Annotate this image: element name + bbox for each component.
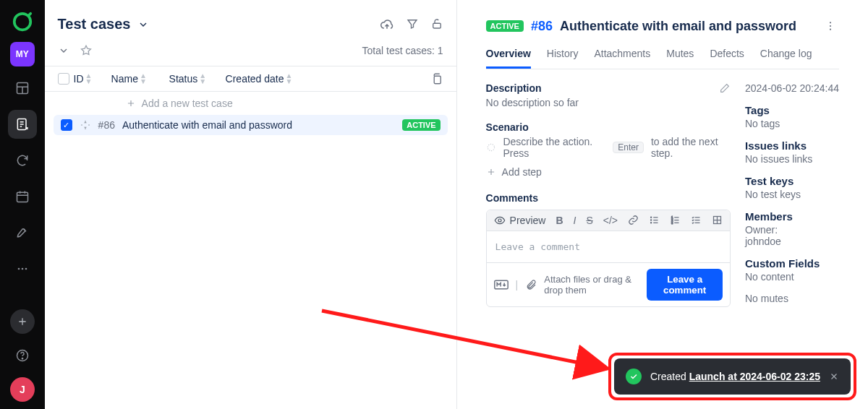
- members-header: Members: [745, 210, 839, 223]
- row-title: Authenticate with email and password: [122, 119, 292, 131]
- col-created[interactable]: Created date: [226, 73, 284, 85]
- columns-config-icon[interactable]: [430, 72, 443, 85]
- markdown-icon[interactable]: [494, 280, 509, 290]
- plus-icon: [486, 167, 496, 177]
- add-step-label: Add step: [502, 166, 542, 178]
- description-value: No description so far: [486, 97, 731, 108]
- table-icon[interactable]: [712, 215, 723, 226]
- toast-highlight: Created Launch at 2024-06-02 23:25: [608, 353, 856, 400]
- testkeys-value: No test keys: [745, 189, 839, 200]
- select-all-checkbox[interactable]: [58, 73, 69, 85]
- svg-point-17: [651, 220, 652, 220]
- preview-toggle[interactable]: Preview: [494, 215, 546, 226]
- comment-editor: Preview B I S </> 123: [486, 210, 731, 307]
- enter-key: Enter: [613, 142, 644, 153]
- col-status[interactable]: Status: [169, 73, 198, 85]
- chevron-down-icon: [137, 19, 149, 30]
- cloud-upload-icon[interactable]: [380, 17, 394, 32]
- custom-header: Custom Fields: [745, 257, 839, 270]
- tab-attachments[interactable]: Attachments: [594, 48, 650, 69]
- row-id: #86: [98, 119, 115, 131]
- tabs: Overview History Attachments Mutes Defec…: [486, 48, 839, 69]
- case-status-badge: ACTIVE: [486, 20, 524, 32]
- page-title-text: Test cases: [58, 16, 131, 33]
- owner-value: johndoe: [745, 236, 781, 247]
- app-logo[interactable]: [9, 9, 35, 35]
- dashboard-icon[interactable]: [8, 74, 37, 103]
- svg-point-5: [21, 268, 23, 270]
- ol-icon[interactable]: 123: [670, 215, 681, 226]
- scenario-hint-post: to add the next step.: [651, 136, 731, 159]
- case-title: Authenticate with email and password: [560, 19, 796, 34]
- star-icon[interactable]: [80, 44, 93, 57]
- code-icon[interactable]: </>: [603, 215, 618, 226]
- cycles-icon[interactable]: [8, 146, 37, 175]
- dashed-circle-icon: [486, 142, 496, 153]
- issues-value: No issues links: [745, 153, 839, 165]
- scenario-hint[interactable]: Describe the action. Press Enter to add …: [486, 136, 731, 159]
- close-icon[interactable]: [829, 371, 839, 382]
- total-count: Total test cases: 1: [362, 45, 443, 56]
- case-id: #86: [531, 19, 553, 34]
- add-step-button[interactable]: Add step: [486, 166, 731, 178]
- strike-icon[interactable]: S: [586, 215, 592, 226]
- collapse-icon[interactable]: [58, 45, 69, 56]
- rocket-icon[interactable]: [8, 218, 37, 247]
- svg-text:3: 3: [671, 221, 673, 225]
- check-icon: [626, 369, 642, 384]
- attach-icon[interactable]: [525, 279, 537, 290]
- italic-icon[interactable]: I: [574, 215, 576, 226]
- svg-point-6: [25, 268, 27, 270]
- svg-point-4: [17, 268, 20, 270]
- col-name[interactable]: Name: [111, 73, 138, 85]
- tab-overview[interactable]: Overview: [486, 48, 531, 69]
- svg-point-11: [830, 22, 831, 23]
- table-header: ID▲▼ Name▲▼ Status▲▼ Created date▲▼: [45, 66, 456, 92]
- tab-defects[interactable]: Defects: [710, 48, 744, 69]
- add-button[interactable]: [10, 309, 35, 334]
- svg-rect-9: [433, 23, 441, 28]
- testkeys-header: Test keys: [745, 175, 839, 187]
- project-badge[interactable]: MY: [10, 42, 35, 66]
- link-icon[interactable]: [628, 215, 639, 226]
- filter-icon[interactable]: [406, 17, 419, 32]
- row-checkbox[interactable]: ✓: [61, 119, 72, 131]
- svg-point-15: [498, 219, 501, 222]
- attach-label[interactable]: Attach files or drag & drop them: [544, 274, 639, 296]
- comments-header: Comments: [486, 192, 731, 204]
- left-pane: Test cases Total test cases: 1 ID▲▼ Name…: [45, 0, 457, 409]
- tab-mutes[interactable]: Mutes: [666, 48, 694, 69]
- leave-comment-button[interactable]: Leave a comment: [647, 269, 723, 301]
- svg-point-8: [22, 358, 22, 359]
- lock-open-icon[interactable]: [430, 17, 443, 32]
- kebab-icon[interactable]: [822, 17, 839, 35]
- bold-icon[interactable]: B: [556, 215, 563, 226]
- tab-changelog[interactable]: Change log: [760, 48, 812, 69]
- svg-point-13: [830, 29, 831, 30]
- add-testcase-row[interactable]: Add a new test case: [45, 92, 456, 115]
- svg-rect-3: [17, 192, 27, 202]
- comment-textarea[interactable]: Leave a comment: [487, 231, 730, 262]
- toast-link[interactable]: Launch at 2024-06-02 23:25: [689, 371, 820, 382]
- tab-history[interactable]: History: [547, 48, 579, 69]
- drag-icon[interactable]: [80, 119, 91, 131]
- checklist-icon[interactable]: [691, 215, 702, 226]
- calendar-icon[interactable]: [8, 182, 37, 211]
- help-icon[interactable]: [8, 341, 37, 370]
- mutes-value: No mutes: [745, 293, 839, 304]
- right-pane: ACTIVE #86 Authenticate with email and p…: [457, 0, 868, 409]
- add-testcase-label: Add a new test case: [142, 98, 233, 109]
- plus-icon: [126, 98, 136, 108]
- ul-icon[interactable]: [649, 215, 660, 226]
- testcases-icon[interactable]: [8, 110, 37, 139]
- pencil-icon[interactable]: [719, 82, 731, 94]
- tags-value: No tags: [745, 118, 839, 129]
- created-at: 2024-06-02 20:24:44: [745, 82, 839, 94]
- svg-point-18: [651, 223, 652, 223]
- toast: Created Launch at 2024-06-02 23:25: [614, 358, 851, 395]
- col-id[interactable]: ID: [74, 73, 84, 85]
- user-avatar[interactable]: J: [10, 377, 35, 402]
- more-icon[interactable]: [8, 254, 37, 283]
- table-row[interactable]: ✓ #86 Authenticate with email and passwo…: [54, 115, 448, 135]
- page-title[interactable]: Test cases: [58, 16, 150, 33]
